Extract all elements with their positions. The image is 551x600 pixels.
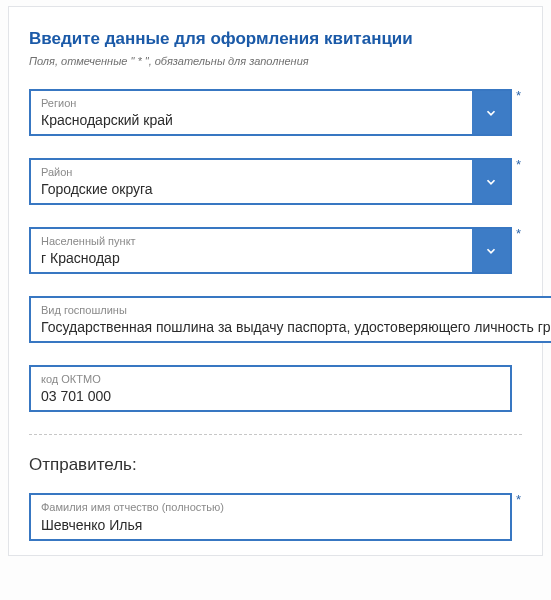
region-select[interactable]: Регион Краснодарский край (29, 89, 512, 136)
form-title: Введите данные для оформления квитанции (29, 29, 522, 49)
district-row: Район Городские округа * (29, 158, 522, 205)
district-dropdown-toggle[interactable] (472, 160, 510, 203)
region-label: Регион (41, 97, 462, 109)
city-value: г Краснодар (41, 250, 462, 266)
region-dropdown-toggle[interactable] (472, 91, 510, 134)
receipt-form-panel: Введите данные для оформления квитанции … (8, 6, 543, 556)
chevron-down-icon (484, 106, 498, 120)
fullname-label: Фамилия имя отчество (полностью) (41, 501, 500, 513)
region-value: Краснодарский край (41, 112, 462, 128)
duty-row: Вид госпошлины Государственная пошлина з… (29, 296, 522, 343)
city-dropdown-toggle[interactable] (472, 229, 510, 272)
chevron-down-icon (484, 175, 498, 189)
section-divider (29, 434, 522, 435)
city-label: Населенный пункт (41, 235, 462, 247)
required-mark: * (512, 227, 522, 240)
duty-select[interactable]: Вид госпошлины Государственная пошлина з… (29, 296, 551, 343)
sender-section-title: Отправитель: (29, 455, 522, 475)
fullname-input[interactable]: Фамилия имя отчество (полностью) Шевченк… (29, 493, 512, 540)
district-value: Городские округа (41, 181, 462, 197)
oktmo-value: 03 701 000 (41, 388, 500, 404)
oktmo-input[interactable]: код ОКТМО 03 701 000 (29, 365, 512, 412)
required-hint: Поля, отмеченные " * ", обязательны для … (29, 55, 522, 67)
fullname-row: Фамилия имя отчество (полностью) Шевченк… (29, 493, 522, 540)
oktmo-row: код ОКТМО 03 701 000 (29, 365, 522, 412)
region-row: Регион Краснодарский край * (29, 89, 522, 136)
oktmo-label: код ОКТМО (41, 373, 500, 385)
duty-label: Вид госпошлины (41, 304, 551, 316)
chevron-down-icon (484, 244, 498, 258)
required-mark: * (512, 158, 522, 171)
required-mark: * (512, 493, 522, 506)
fullname-value: Шевченко Илья (41, 517, 500, 533)
duty-value: Государственная пошлина за выдачу паспор… (41, 319, 551, 335)
required-mark: * (512, 89, 522, 102)
district-label: Район (41, 166, 462, 178)
city-row: Населенный пункт г Краснодар * (29, 227, 522, 274)
district-select[interactable]: Район Городские округа (29, 158, 512, 205)
city-select[interactable]: Населенный пункт г Краснодар (29, 227, 512, 274)
